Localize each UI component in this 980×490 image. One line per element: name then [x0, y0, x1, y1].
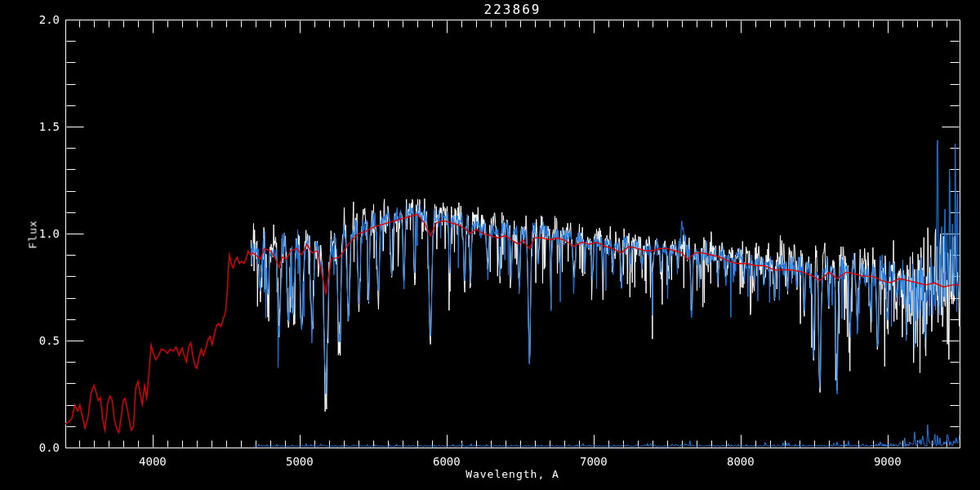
y-tick-label: 1.0 — [0, 227, 60, 240]
x-tick-label: 9000 — [874, 455, 902, 468]
x-tick-label: 6000 — [433, 455, 461, 468]
x-tick-label: 7000 — [580, 455, 608, 468]
plot-title: 223869 — [65, 2, 960, 17]
y-tick-label: 0.5 — [0, 334, 60, 347]
y-tick-label: 0.0 — [0, 441, 60, 454]
x-tick-label: 8000 — [727, 455, 755, 468]
y-tick-label: 2.0 — [0, 13, 60, 26]
y-tick-label: 1.5 — [0, 120, 60, 133]
x-tick-label: 4000 — [139, 455, 167, 468]
spectrum-plot-canvas — [0, 0, 980, 490]
spectrum-figure: 223869 Wavelength, A Flux 40005000600070… — [0, 0, 980, 490]
x-axis-label: Wavelength, A — [65, 468, 960, 480]
x-tick-label: 5000 — [286, 455, 314, 468]
